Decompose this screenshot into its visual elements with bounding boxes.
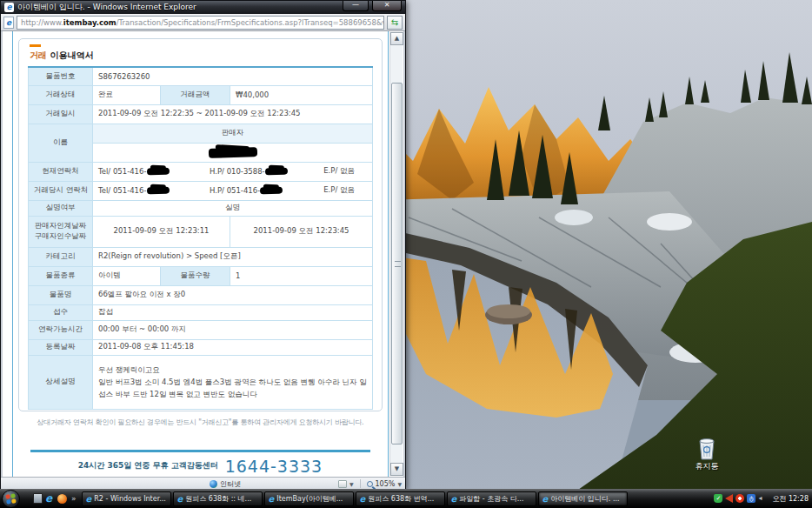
table-row: 거래상태 완료 거래금액 ₩40,000 bbox=[29, 85, 373, 104]
titlebar[interactable]: e 아이템베이 입니다. - Windows Internet Explorer… bbox=[1, 1, 405, 14]
ie-favicon-icon: e bbox=[4, 3, 14, 12]
masked-phone-scribble bbox=[265, 168, 288, 176]
status-bar: 인터넷 ▼ 105% ▼ bbox=[1, 477, 405, 490]
browser-viewport: 거래 이용내역서 물품번호 S8676263260 거래상태 완료 거래금액 ₩… bbox=[1, 31, 405, 477]
taskbar-clock[interactable]: 오전 12:28 bbox=[772, 494, 809, 504]
ie-icon: e bbox=[269, 494, 275, 504]
scrollbar-thumb[interactable] bbox=[391, 83, 403, 444]
taskbar: e » eR2 - Windows Inter... e원피스 638화 :: … bbox=[0, 489, 812, 508]
scroll-up-button[interactable]: ▲ bbox=[390, 32, 403, 45]
table-row: 연락가능시간 00:00 부터 ~ 00:00 까지 bbox=[29, 320, 373, 339]
zoom-level[interactable]: 105% bbox=[376, 480, 396, 488]
go-button[interactable]: ⇆ bbox=[387, 16, 403, 30]
ie-icon: e bbox=[451, 494, 457, 504]
address-input[interactable]: http://www.itembay.com/Transaction/Speci… bbox=[17, 16, 384, 30]
table-row: 물품종류 아이템 물품수량 1 bbox=[29, 266, 373, 285]
masked-name-scribble bbox=[208, 147, 256, 158]
table-row: 이름 판매자 bbox=[29, 124, 373, 143]
transaction-table: 물품번호 S8676263260 거래상태 완료 거래금액 ₩40,000 거래… bbox=[28, 66, 373, 410]
url-prefix: http://www. bbox=[21, 18, 63, 27]
address-bar: e http://www.itembay.com/Transaction/Spe… bbox=[1, 14, 405, 31]
protected-mode-dropdown[interactable]: ▼ bbox=[349, 481, 354, 487]
table-row: 물품번호 S8676263260 bbox=[29, 67, 373, 85]
task-button-r2[interactable]: eR2 - Windows Inter... bbox=[82, 491, 171, 506]
protected-mode-icon[interactable] bbox=[338, 480, 347, 488]
internet-explorer-icon[interactable]: e bbox=[45, 493, 55, 504]
service-center: 24시간 365일 연중 무휴 고객감동센터 1644-3333 bbox=[18, 457, 383, 476]
page-column: 거래 이용내역서 물품번호 S8676263260 거래상태 완료 거래금액 ₩… bbox=[12, 31, 389, 477]
notice-text: 상대거래자 연락처 확인이 필요하신 경우에는 반드시 "거래신고"를 통하여 … bbox=[20, 418, 381, 427]
masked-phone-scribble bbox=[146, 168, 169, 176]
minimize-button[interactable]: — bbox=[343, 1, 369, 11]
trash-can-icon bbox=[696, 438, 717, 460]
table-row: 현재연락처 Tel/ 051-416- H.P/ 010-3588- E.P/ … bbox=[29, 162, 373, 181]
orange-dash bbox=[30, 44, 41, 47]
system-tray: ✓ ტ ◂ 오전 12:28 bbox=[714, 494, 812, 504]
ie-icon: e bbox=[360, 494, 366, 504]
task-button-onepiece-1[interactable]: e원피스 638화 :: 네... bbox=[173, 491, 263, 506]
power-tray-icon[interactable]: ტ bbox=[747, 494, 755, 503]
browser-orange-icon[interactable] bbox=[57, 494, 67, 504]
transaction-panel: 거래 이용내역서 물품번호 S8676263260 거래상태 완료 거래금액 ₩… bbox=[18, 38, 383, 411]
page-title-main: 이용내역서 bbox=[50, 50, 93, 60]
service-center-label: 24시간 365일 연중 무휴 고객감동센터 bbox=[78, 460, 218, 471]
browser-window: e 아이템베이 입니다. - Windows Internet Explorer… bbox=[0, 0, 406, 489]
show-desktop-icon[interactable] bbox=[33, 493, 43, 504]
table-row: 카테고리 R2(Reign of revolution) > Speed [오픈… bbox=[29, 247, 373, 266]
footer-divider bbox=[30, 450, 370, 452]
scroll-down-button[interactable]: ▼ bbox=[390, 463, 403, 476]
hidden-icons-arrow[interactable]: ◂ bbox=[758, 494, 767, 503]
task-button-itembay-active[interactable]: e아이템베이 입니다. ... bbox=[538, 491, 628, 506]
security-zone: 인터넷 bbox=[210, 479, 241, 489]
page-icon: e bbox=[3, 17, 14, 29]
ie-icon: e bbox=[177, 494, 183, 504]
vertical-scrollbar[interactable]: ▲ ▼ bbox=[389, 32, 403, 476]
start-button[interactable] bbox=[2, 490, 20, 508]
ie-icon: e bbox=[86, 494, 92, 504]
ie-icon: e bbox=[542, 494, 549, 504]
windows-logo-icon bbox=[5, 493, 16, 504]
table-row: 거래당시 연락처 Tel/ 051-416- H.P/ 051-416- E.P… bbox=[29, 181, 373, 200]
security-tray-icon[interactable] bbox=[735, 494, 744, 503]
masked-phone-scribble bbox=[146, 187, 169, 195]
task-button-onepiece-2[interactable]: e원피스 638화 번역... bbox=[356, 491, 445, 506]
task-buttons: eR2 - Windows Inter... e원피스 638화 :: 네...… bbox=[82, 491, 628, 506]
url-path: /Transaction/Specifications/FrmSpecifica… bbox=[116, 18, 384, 27]
zoom-icon[interactable] bbox=[367, 481, 373, 487]
service-center-phone: 1644-3333 bbox=[225, 457, 323, 476]
masked-phone-scribble bbox=[260, 187, 283, 195]
close-button[interactable]: ✕ bbox=[372, 1, 402, 11]
table-row: 등록날짜 2011-09-08 오후 11:45:18 bbox=[29, 339, 373, 355]
window-title: 아이템베이 입니다. - Windows Internet Explorer bbox=[17, 2, 343, 13]
recycle-bin-label: 휴지통 bbox=[680, 461, 734, 472]
table-row: 섭수 잡섭 bbox=[29, 304, 373, 320]
url-domain: itembay.com bbox=[63, 18, 116, 27]
internet-zone-icon bbox=[210, 480, 217, 488]
recycle-bin-icon[interactable]: 휴지통 bbox=[680, 438, 734, 472]
table-row: 판매자인계날짜구매자인수날짜 2011-09-09 오전 12:23:11 20… bbox=[29, 216, 373, 247]
task-button-fileroom[interactable]: e파일함 - 초광속 다... bbox=[447, 491, 536, 506]
table-row: 상세설명 우선 쟁케릭이고요 일반 버프3법 소미 4.5법 엠4법 플스3법 … bbox=[29, 355, 373, 409]
table-row: 거래일시 2011-09-09 오전 12:22:35 ~ 2011-09-09… bbox=[29, 104, 373, 124]
table-row: 물품명 66엘프 팔아요 이전 x 장0 bbox=[29, 285, 373, 304]
quick-launch-overflow-chevron[interactable]: » bbox=[71, 494, 77, 503]
alert-tray-icon[interactable] bbox=[725, 494, 733, 503]
zone-label: 인터넷 bbox=[220, 479, 241, 489]
task-button-itembay-1[interactable]: eItemBay(아이템베... bbox=[264, 491, 354, 506]
table-row: 실명여부 실명 bbox=[29, 200, 373, 216]
page-title: 거래 이용내역서 bbox=[30, 50, 373, 62]
quick-launch: e » bbox=[33, 493, 78, 504]
page-title-prefix: 거래 bbox=[30, 50, 47, 60]
antivirus-shield-icon[interactable]: ✓ bbox=[714, 494, 722, 503]
zoom-dropdown[interactable]: ▼ bbox=[397, 481, 402, 487]
